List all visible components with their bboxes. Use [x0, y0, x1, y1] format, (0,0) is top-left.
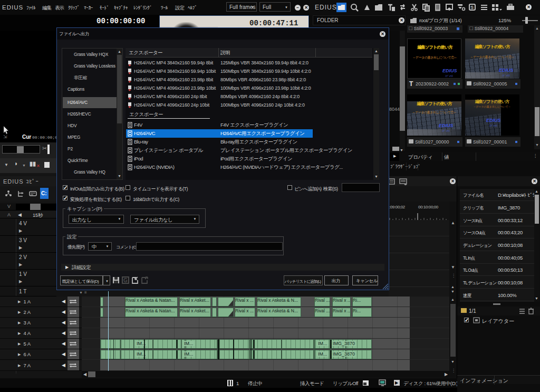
svg-text:S: S	[470, 5, 474, 10]
svg-text:G: G	[123, 278, 128, 283]
